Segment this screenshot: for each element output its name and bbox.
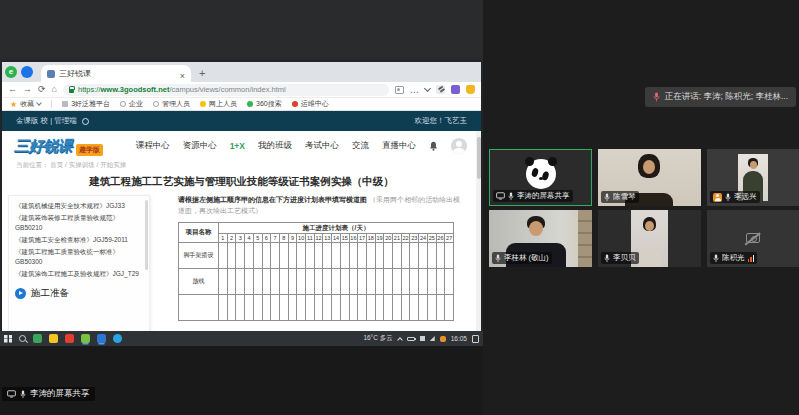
- participant-tile-share[interactable]: 李涛的屏幕共享: [489, 149, 592, 206]
- taskbar-app-icon[interactable]: [65, 334, 74, 343]
- tab-close-icon[interactable]: [180, 65, 185, 83]
- gantt-cell[interactable]: [219, 269, 228, 295]
- bookmark-item[interactable]: 运维中心: [292, 99, 329, 109]
- gantt-cell[interactable]: [419, 269, 428, 295]
- forward-icon[interactable]: [23, 85, 32, 94]
- gantt-cell[interactable]: [306, 269, 315, 295]
- purple-extension-icon[interactable]: [451, 85, 460, 94]
- gantt-cell[interactable]: [236, 269, 245, 295]
- gantt-cell[interactable]: [393, 269, 402, 295]
- participant-tile[interactable]: 李贝贝: [598, 210, 701, 267]
- home-icon[interactable]: [52, 85, 57, 94]
- gantt-cell[interactable]: [332, 269, 341, 295]
- gantt-cell[interactable]: [393, 243, 402, 269]
- gantt-cell[interactable]: [297, 269, 306, 295]
- gear-icon[interactable]: [82, 118, 89, 125]
- participant-tile[interactable]: 陈雪琴: [598, 149, 701, 206]
- nav-item-my-class[interactable]: 我的班级: [258, 140, 292, 152]
- gantt-cell[interactable]: [314, 269, 323, 295]
- gantt-cell[interactable]: [436, 295, 445, 321]
- participant-tile[interactable]: 陈积光: [707, 210, 799, 267]
- gantt-cell[interactable]: [314, 295, 323, 321]
- screenshot-extension-icon[interactable]: [436, 85, 445, 94]
- gantt-cell[interactable]: [410, 243, 419, 269]
- new-tab-button[interactable]: [199, 63, 205, 81]
- gantt-cell[interactable]: [288, 295, 297, 321]
- gantt-cell[interactable]: [340, 269, 349, 295]
- participant-tile[interactable]: 李远兴: [707, 149, 799, 206]
- weather-widget[interactable]: 16°C 多云: [363, 334, 392, 343]
- page-scrollbar[interactable]: [476, 131, 481, 331]
- tray-expand-icon[interactable]: [397, 337, 403, 343]
- nav-item-live[interactable]: 直播中心: [382, 140, 416, 152]
- network-icon[interactable]: [430, 336, 435, 341]
- bookmark-item[interactable]: 管理人员: [153, 99, 190, 109]
- gantt-cell[interactable]: [332, 295, 341, 321]
- gantt-cell[interactable]: [375, 295, 384, 321]
- browser-logo-icon[interactable]: e: [5, 66, 17, 78]
- gantt-cell[interactable]: [306, 243, 315, 269]
- gantt-cell[interactable]: [279, 243, 288, 269]
- gantt-cell[interactable]: [262, 269, 271, 295]
- gantt-cell[interactable]: [245, 269, 254, 295]
- gantt-cell[interactable]: [297, 295, 306, 321]
- gantt-cell[interactable]: [219, 295, 228, 321]
- browser-profile-icon[interactable]: [21, 66, 33, 78]
- clock[interactable]: 16:05: [451, 335, 467, 342]
- gantt-cell[interactable]: [253, 295, 262, 321]
- taskbar-app-icon[interactable]: [113, 334, 122, 343]
- gantt-cell[interactable]: [393, 295, 402, 321]
- more-menu-icon[interactable]: [410, 81, 419, 99]
- gantt-cell[interactable]: [401, 295, 410, 321]
- gantt-cell[interactable]: [227, 243, 236, 269]
- gantt-cell[interactable]: [306, 295, 315, 321]
- gantt-cell[interactable]: [375, 269, 384, 295]
- gantt-cell[interactable]: [297, 243, 306, 269]
- taskbar-app-icon[interactable]: [49, 334, 58, 343]
- participant-tile[interactable]: 李桂林 (敬山): [489, 210, 592, 267]
- gantt-cell[interactable]: [366, 295, 375, 321]
- bookmark-favorites[interactable]: 收藏: [10, 99, 41, 109]
- gantt-cell[interactable]: [384, 243, 393, 269]
- taskbar-app-icon[interactable]: [97, 334, 106, 343]
- sidebar-scrollbar[interactable]: [145, 200, 148, 270]
- address-bar[interactable]: https://www.3goodsoft.net/campus/views/c…: [63, 84, 389, 96]
- gantt-cell[interactable]: [245, 295, 254, 321]
- image-tool-icon[interactable]: [395, 86, 404, 94]
- gantt-cell[interactable]: [227, 269, 236, 295]
- bell-icon[interactable]: [429, 141, 438, 151]
- tray-app-icon[interactable]: [420, 336, 425, 341]
- browser-tab[interactable]: 三好锐课: [41, 65, 191, 82]
- sidebar-section-construction-prep[interactable]: 施工准备: [15, 286, 141, 301]
- gantt-cell[interactable]: [349, 295, 358, 321]
- gantt-cell[interactable]: [279, 295, 288, 321]
- gantt-cell[interactable]: [366, 269, 375, 295]
- gantt-cell[interactable]: [427, 243, 436, 269]
- gantt-cell[interactable]: [401, 269, 410, 295]
- gantt-cell[interactable]: [358, 243, 367, 269]
- gantt-cell[interactable]: [253, 269, 262, 295]
- gantt-cell[interactable]: [271, 269, 280, 295]
- gantt-cell[interactable]: [410, 295, 419, 321]
- gantt-cell[interactable]: [419, 243, 428, 269]
- gantt-cell[interactable]: [262, 243, 271, 269]
- bookmark-item[interactable]: 企业: [120, 99, 143, 109]
- gantt-cell[interactable]: [332, 243, 341, 269]
- nav-item-courses[interactable]: 课程中心: [136, 140, 170, 152]
- gantt-cell[interactable]: [323, 269, 332, 295]
- gantt-cell[interactable]: [271, 295, 280, 321]
- gantt-cell[interactable]: [349, 243, 358, 269]
- gantt-cell[interactable]: [366, 243, 375, 269]
- gantt-cell[interactable]: [358, 269, 367, 295]
- site-edition-switcher[interactable]: 金课版 校 | 管理端: [16, 116, 89, 126]
- bookmark-item[interactable]: 360搜索: [247, 99, 282, 109]
- gantt-cell[interactable]: [288, 243, 297, 269]
- nav-item-1x[interactable]: 1+X: [230, 141, 245, 151]
- reload-icon[interactable]: [38, 85, 46, 94]
- tray-notification-icon[interactable]: [440, 336, 446, 342]
- gantt-cell[interactable]: [375, 243, 384, 269]
- gantt-cell[interactable]: [445, 295, 454, 321]
- gantt-cell[interactable]: [271, 243, 280, 269]
- gantt-cell[interactable]: [358, 295, 367, 321]
- gantt-cell[interactable]: [436, 243, 445, 269]
